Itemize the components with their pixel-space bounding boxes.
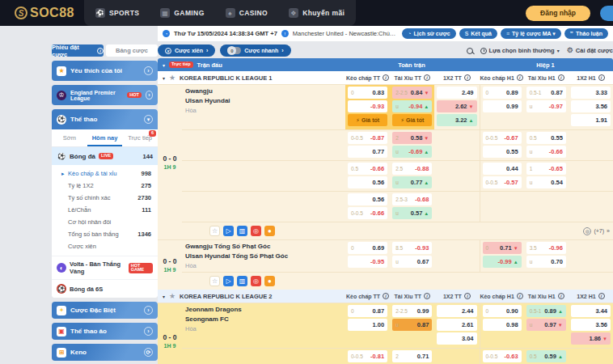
favorite-star-icon[interactable]: ★ bbox=[169, 74, 175, 82]
nav-item-sports[interactable]: ⚽SPORTS bbox=[95, 8, 139, 18]
away-team-name[interactable]: Ulsan Hyundai Tổng Số Phạt Góc bbox=[185, 252, 342, 260]
odds-cell[interactable]: 0-0.5-0.63 bbox=[483, 350, 522, 362]
odds-cell[interactable]: 3.56 bbox=[571, 319, 611, 331]
odds-cell[interactable]: u-0.66 bbox=[526, 146, 566, 158]
home-team-name[interactable]: Gwangju Tổng Số Phạt Góc bbox=[185, 243, 342, 250]
sidebar-market-item[interactable]: Tỷ lệ 1X2275 bbox=[52, 180, 158, 192]
odds-cell[interactable]: 2.5-3-0.68 bbox=[392, 193, 432, 205]
away-team-name[interactable]: Seongnam FC bbox=[185, 315, 342, 323]
odds-cell[interactable]: 0-0.5-0.87 bbox=[348, 132, 387, 144]
sidebar-panel-header[interactable]: ✦Cược Đặc Biệt› bbox=[52, 302, 158, 319]
favorite-star-icon[interactable]: ☆ bbox=[209, 276, 220, 286]
chevron-down-icon[interactable]: ▾ bbox=[163, 75, 165, 81]
favorites-header[interactable]: ★ Yêu thích của tôi › bbox=[52, 61, 158, 81]
nav-item-khuyến-mãi[interactable]: ❖Khuyến mãi bbox=[289, 8, 345, 18]
odds-cell[interactable]: 0.50.59▲ bbox=[526, 350, 566, 362]
home-team-name[interactable]: Jeonnam Dragons bbox=[185, 306, 342, 313]
odds-cell[interactable]: 0.5-10.89▲ bbox=[526, 305, 566, 317]
odds-cell[interactable]: 3.04 bbox=[437, 332, 476, 345]
odds-cell[interactable]: 20.71 bbox=[392, 350, 432, 362]
odds-cell[interactable]: 0-0.5-0.66 bbox=[348, 207, 387, 219]
sidebar-market-item[interactable]: Tổng số bàn thắng1346 bbox=[52, 228, 158, 240]
nav-item-gaming[interactable]: ▦GAMING bbox=[160, 8, 204, 18]
collapse-all-icon[interactable]: ▾ bbox=[163, 62, 165, 68]
odds-cell[interactable]: 2-2.50.84▼ bbox=[392, 87, 432, 99]
odds-cell[interactable]: 0-0.5-0.81 bbox=[348, 350, 387, 362]
bet-settings-button[interactable]: ⚙ Cài đặt cược bbox=[567, 47, 613, 54]
odds-cell[interactable]: 0.56 bbox=[348, 176, 387, 188]
odds-cell[interactable]: 00.90 bbox=[483, 305, 522, 317]
odds-cell[interactable]: 1.00 bbox=[348, 319, 387, 331]
odds-cell[interactable]: 2.62▼ bbox=[437, 100, 476, 112]
sidebar-market-item[interactable]: Cơ hội nhân đôi bbox=[52, 216, 158, 228]
time-tab-trực-tiếp[interactable]: Trực tiếp6 bbox=[122, 129, 158, 146]
odds-cell[interactable]: 2.44 bbox=[437, 305, 476, 317]
sidebar-market-item[interactable]: Tỷ số chính xác2730 bbox=[52, 192, 158, 204]
ball-tracker-icon[interactable]: ● bbox=[264, 226, 275, 236]
sidebar-market-item[interactable]: Lẻ/Chẵn111 bbox=[52, 204, 158, 216]
statistics-icon[interactable]: ▥ bbox=[237, 276, 247, 286]
sports-header[interactable]: ⚽ Thể thao ▾ bbox=[52, 109, 158, 129]
odds-cell[interactable]: 00.87 bbox=[348, 305, 387, 317]
infobar-button-results[interactable]: SKết quả bbox=[459, 28, 497, 39]
odds-cell[interactable]: 00.69 bbox=[348, 242, 387, 254]
best-price-button[interactable]: ⚡Giá tốt bbox=[392, 114, 432, 126]
news-ticker[interactable]: Manchester United - Newcastle:Chúng tôi … bbox=[293, 30, 399, 37]
odds-cell[interactable]: 0.98 bbox=[483, 319, 522, 331]
stream-icon[interactable]: ▷ bbox=[223, 276, 234, 286]
odds-cell[interactable]: 8.5-0.93 bbox=[392, 242, 432, 254]
home-team-name[interactable]: Gwangju bbox=[185, 87, 342, 95]
odds-cell[interactable]: u0.87 bbox=[392, 319, 432, 331]
odds-cell[interactable]: 3.22▲ bbox=[437, 114, 476, 126]
odds-cell[interactable]: 0.5-10.87 bbox=[526, 87, 566, 99]
odds-cell[interactable]: 20.58▼ bbox=[392, 132, 432, 144]
stream-icon[interactable]: ▷ bbox=[223, 226, 234, 236]
login-button[interactable]: Đăng nhập bbox=[526, 6, 590, 21]
nav-item-casino[interactable]: ♠CASINO bbox=[226, 8, 268, 18]
odds-cell[interactable]: 3.44 bbox=[571, 305, 611, 317]
live-filter-badge[interactable]: Trực tiếp bbox=[169, 61, 193, 68]
odds-cell[interactable]: 0.56 bbox=[348, 193, 387, 205]
chevron-down-icon[interactable]: ▾ bbox=[163, 294, 165, 299]
sidebar-market-item[interactable]: Cược xiên bbox=[52, 240, 158, 252]
odds-cell[interactable]: 0.5-0.66 bbox=[348, 163, 387, 175]
odds-cell[interactable]: u0.57▲ bbox=[392, 207, 432, 219]
infobar-button-chat[interactable]: ❞Thảo luận bbox=[564, 28, 608, 39]
infobar-button-odds-ma[interactable]: ≡Tỷ lệ cược MA ▾ bbox=[501, 28, 561, 39]
sidebar-panel-header[interactable]: ▣Thể thao ảo› bbox=[52, 323, 158, 340]
sidebar-game-item[interactable]: ◐Volta - Bàn Thắng VàngHOT GAME bbox=[52, 256, 158, 279]
sidebar-game-item[interactable]: ⚽Bóng đá 6S bbox=[52, 279, 158, 298]
favorite-star-icon[interactable]: ☆ bbox=[209, 226, 220, 236]
odds-cell[interactable]: u0.70 bbox=[526, 256, 566, 268]
odds-cell[interactable]: 1-0.65 bbox=[526, 163, 566, 175]
quick-bet-button[interactable]: Cược nhanh › bbox=[220, 44, 290, 57]
brand-logo[interactable]: S SOC88 bbox=[15, 6, 74, 20]
best-price-button[interactable]: ⚡Giá tốt bbox=[348, 114, 387, 126]
time-tab-hôm-nay[interactable]: Hôm nay bbox=[87, 129, 123, 146]
odds-cell[interactable]: -0.95 bbox=[348, 256, 387, 268]
odds-cell[interactable]: 2.61 bbox=[437, 319, 476, 331]
time-tab-sớm[interactable]: Sớm bbox=[52, 129, 87, 146]
odds-cell[interactable]: u-0.69▲ bbox=[392, 146, 432, 158]
odds-cell[interactable]: 0.44 bbox=[483, 163, 522, 175]
sidebar-panel-header[interactable]: ⊞Keno⟳ bbox=[52, 344, 158, 361]
odds-cell[interactable]: 00.89 bbox=[483, 87, 522, 99]
favorite-star-icon[interactable]: ★ bbox=[169, 292, 175, 300]
odds-cell[interactable]: 0.77 bbox=[348, 146, 387, 158]
odds-cell[interactable]: -0.93 bbox=[348, 100, 387, 112]
more-markets-button[interactable]: ◍(+7)» bbox=[583, 227, 610, 235]
statistics-icon[interactable]: ▥ bbox=[237, 226, 247, 236]
odds-cell[interactable]: 3.56 bbox=[571, 100, 611, 112]
search-icon[interactable] bbox=[467, 48, 473, 54]
sidebar-market-item[interactable]: Kèo chấp & tài xỉu998 bbox=[52, 167, 158, 180]
sidebar-item-football[interactable]: ⚽ Bóng đá LIVE 144 bbox=[52, 147, 158, 165]
sort-select[interactable]: Lựa chọn bình thường ▾ bbox=[480, 47, 560, 54]
odds-cell[interactable]: 00.71▼ bbox=[483, 242, 522, 254]
odds-cell[interactable]: u0.67 bbox=[392, 256, 432, 268]
live-center-icon[interactable]: ◎ bbox=[251, 226, 261, 236]
odds-cell[interactable]: 0-0.5-0.67 bbox=[483, 132, 522, 144]
odds-cell[interactable]: -0.99▲ bbox=[483, 256, 522, 268]
ball-tracker-icon[interactable]: ● bbox=[264, 276, 275, 286]
odds-cell[interactable]: 0.50.55 bbox=[526, 132, 566, 144]
parlay-button[interactable]: x Cược xiên › bbox=[158, 44, 215, 57]
